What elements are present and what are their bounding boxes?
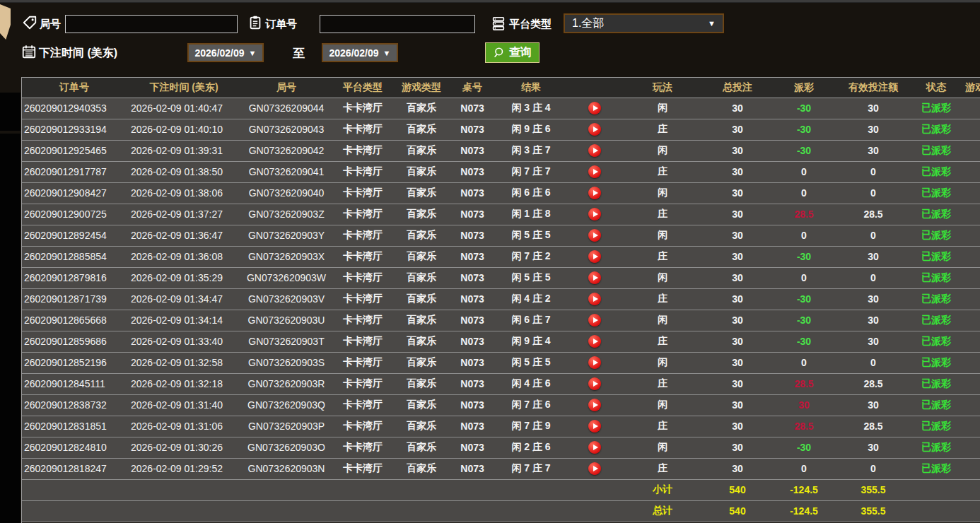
replay-video-button[interactable] (588, 144, 601, 157)
cell-game-type: 百家乐 (394, 310, 449, 331)
cell-table-no: N073 (449, 246, 496, 267)
cell-payout: 0 (773, 161, 835, 182)
cell-total-bet: 30 (702, 225, 773, 246)
cell-play (566, 161, 623, 182)
replay-video-button[interactable] (588, 441, 601, 454)
cell-valid-bet: 0 (835, 161, 911, 182)
cell-result: 闲 6 庄 6 (496, 182, 566, 204)
cell-game-no: GN0732620903X (241, 246, 332, 267)
cell-result: 闲 5 庄 5 (496, 267, 566, 288)
total-row-spacer (911, 500, 961, 522)
table-row: 2602090128798162026-02-09 01:35:29GN0732… (22, 267, 980, 288)
cell-total-bet: 30 (702, 373, 773, 394)
replay-video-button[interactable] (588, 356, 601, 369)
replay-video-button[interactable] (588, 314, 601, 327)
cell-valid-bet: 30 (835, 246, 911, 267)
cell-status: 已派彩 (911, 182, 961, 204)
cell-order-no: 260209012852196 (22, 352, 127, 373)
cell-play-type: 闲 (623, 267, 702, 288)
cell-payout: 28.5 (773, 373, 835, 394)
cell-game-extra (961, 119, 980, 140)
cell-table-no: N073 (449, 140, 496, 161)
cell-play-type: 庄 (623, 331, 702, 352)
cell-valid-bet: 30 (835, 310, 911, 331)
replay-video-button[interactable] (588, 102, 601, 114)
cell-valid-bet: 0 (835, 182, 911, 204)
cell-table-no: N073 (449, 437, 496, 458)
cell-game-no: GN07326209041 (241, 161, 332, 182)
cell-game-extra (961, 394, 980, 416)
cell-status: 已派彩 (911, 416, 961, 437)
replay-video-button[interactable] (588, 420, 601, 433)
cell-status: 已派彩 (911, 373, 961, 394)
cell-bet-time: 2026-02-09 01:40:10 (127, 119, 241, 140)
total-row-spacer (332, 500, 394, 522)
replay-video-button[interactable] (588, 377, 601, 390)
cell-platform: 卡卡湾厅 (332, 394, 394, 416)
cell-platform: 卡卡湾厅 (332, 119, 394, 140)
cell-result: 闲 5 庄 5 (496, 352, 566, 373)
bet-time-label: 下注时间 (美东) (39, 46, 117, 61)
platform-type-label: 平台类型 (509, 18, 552, 31)
replay-video-button[interactable] (588, 271, 601, 284)
cell-total-bet: 30 (702, 331, 773, 352)
date-to-select[interactable]: 2026/02/09 ▼ (322, 43, 398, 62)
subtotal-row-payout: -124.5 (773, 479, 835, 500)
tag-icon (22, 15, 37, 30)
cell-play (566, 182, 623, 204)
replay-video-button[interactable] (588, 229, 601, 242)
game-no-input[interactable] (65, 15, 238, 33)
cell-payout: 0 (773, 458, 835, 479)
cell-play-type: 闲 (623, 310, 702, 331)
replay-video-button[interactable] (588, 250, 601, 263)
replay-video-button[interactable] (588, 165, 601, 178)
cell-game-no: GN0732620903Z (241, 204, 332, 225)
cell-order-no: 260209012892454 (22, 225, 127, 246)
cell-game-type: 百家乐 (394, 182, 449, 204)
replay-video-button[interactable] (588, 335, 601, 348)
cell-status: 已派彩 (911, 331, 961, 352)
table-row: 2602090128717392026-02-09 01:34:47GN0732… (22, 288, 980, 310)
cell-game-type: 百家乐 (394, 437, 449, 458)
play-icon (593, 148, 598, 153)
play-icon (593, 339, 598, 344)
subtotal-row-spacer (961, 479, 980, 500)
total-row-spacer (449, 500, 496, 522)
table-row: 2602090129403532026-02-09 01:40:47GN0732… (22, 98, 980, 119)
cell-play (566, 119, 623, 140)
date-from-select[interactable]: 2026/02/09 ▼ (187, 43, 264, 62)
cell-table-no: N073 (449, 119, 496, 140)
cell-game-extra (961, 352, 980, 373)
cell-valid-bet: 30 (835, 394, 911, 416)
replay-video-button[interactable] (588, 462, 601, 475)
table-row: 2602090128596862026-02-09 01:33:40GN0732… (22, 331, 980, 352)
cell-game-type: 百家乐 (394, 225, 449, 246)
cell-game-type: 百家乐 (394, 373, 449, 394)
cell-platform: 卡卡湾厅 (332, 373, 394, 394)
cell-play (566, 416, 623, 437)
platform-type-select[interactable]: 1.全部 ▼ (564, 13, 724, 33)
cell-platform: 卡卡湾厅 (332, 98, 394, 119)
replay-video-button[interactable] (588, 187, 601, 199)
play-icon (593, 105, 598, 111)
replay-video-button[interactable] (588, 123, 601, 136)
cell-valid-bet: 30 (835, 331, 911, 352)
play-icon (593, 190, 598, 196)
replay-video-button[interactable] (588, 293, 601, 305)
search-button[interactable]: 查询 (485, 42, 539, 63)
total-row: 总计540-124.5355.5 (22, 500, 980, 522)
order-no-input[interactable] (320, 15, 475, 33)
cell-total-bet: 30 (702, 310, 773, 331)
replay-video-button[interactable] (588, 399, 601, 411)
cell-table-no: N073 (449, 310, 496, 331)
table-row: 2602090128521962026-02-09 01:32:58GN0732… (22, 352, 980, 373)
table-row: 2602090129331942026-02-09 01:40:10GN0732… (22, 119, 980, 140)
cell-game-extra (961, 416, 980, 437)
cell-play (566, 288, 623, 310)
play-icon (593, 445, 598, 450)
cell-play-type: 闲 (623, 182, 702, 204)
cell-result: 闲 4 庄 6 (496, 373, 566, 394)
cell-order-no: 260209012824810 (22, 437, 127, 458)
cell-status: 已派彩 (911, 288, 961, 310)
replay-video-button[interactable] (588, 208, 601, 221)
